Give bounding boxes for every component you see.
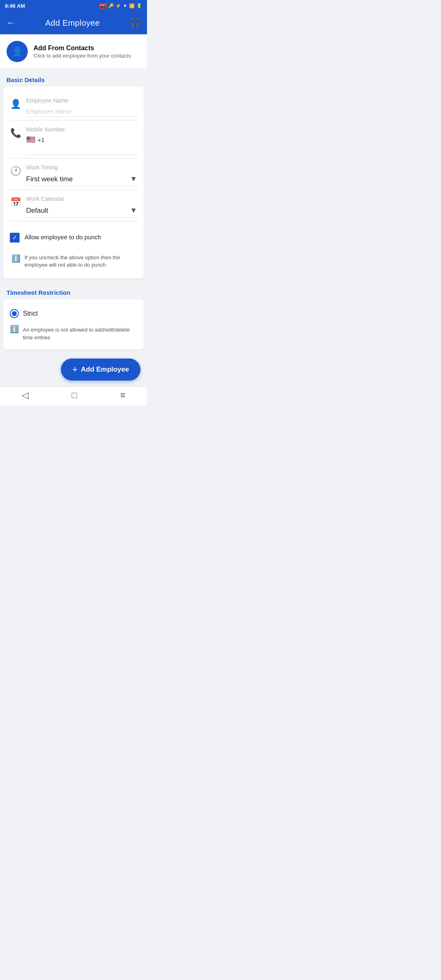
key-icon: 🔑 (108, 3, 114, 9)
basic-details-label: Basic Details (0, 69, 147, 87)
mobile-label: Mobile Number (26, 126, 137, 133)
allow-punch-info-text: If you uncheck the above option then the… (24, 254, 137, 269)
work-calendar-value: Default (26, 207, 48, 215)
add-contacts-text: Add From Contacts Click to add employee … (33, 45, 131, 59)
video-icon: 📷 (99, 3, 107, 9)
nav-back-button[interactable]: ◁ (22, 390, 29, 401)
strict-info-row: ℹ️ An employee is not allowed to add/edi… (10, 325, 137, 343)
phone-icon: 📞 (10, 128, 21, 138)
timesheet-restriction-label: Timesheet Restriction (0, 283, 147, 299)
flag-icon: 🇺🇸 (26, 135, 35, 144)
work-timing-dropdown[interactable]: First week time ▼ (26, 173, 137, 186)
work-timing-row: 🕐 Work Timing First week time ▼ (10, 158, 137, 190)
work-timing-value: First week time (26, 175, 73, 183)
clock-icon: 🕐 (10, 166, 21, 176)
mobile-number-row: 📞 Mobile Number 🇺🇸 +1 (10, 120, 137, 158)
employee-name-input[interactable] (26, 106, 137, 117)
work-timing-arrow-icon: ▼ (130, 175, 137, 183)
allow-punch-label: Allow employee to do punch (24, 234, 101, 241)
mobile-number-content: Mobile Number 🇺🇸 +1 (26, 126, 137, 155)
mobile-input[interactable] (26, 144, 137, 155)
add-employee-button-label: Add Employee (81, 365, 129, 374)
plus-icon: + (72, 364, 78, 375)
strict-radio-button[interactable] (10, 309, 19, 318)
work-calendar-row: 📅 Work Calendar Default ▼ (10, 190, 137, 221)
allow-punch-checkbox[interactable]: ✓ (10, 233, 20, 243)
add-person-icon: 👤 (12, 46, 23, 57)
back-button[interactable]: ← (7, 18, 16, 28)
employee-name-label: Employee Name (26, 97, 137, 104)
strict-info-icon: ℹ️ (10, 325, 19, 334)
basic-details-card: 👤 Employee Name 📞 Mobile Number 🇺🇸 +1 🕐 … (3, 87, 144, 278)
headset-icon[interactable]: 🎧 (129, 18, 140, 28)
allow-punch-row: ✓ Allow employee to do punch ℹ️ If you u… (10, 221, 137, 272)
person-icon: 👤 (10, 99, 21, 109)
page-title: Add Employee (45, 18, 100, 28)
add-contacts-title: Add From Contacts (33, 45, 131, 52)
status-bar: 8:46 AM 📷 🔑 ⚡ ▼ 📶 🔋 (0, 0, 147, 11)
work-timing-label: Work Timing (26, 164, 137, 171)
nav-bar: ◁ □ ≡ (0, 386, 147, 405)
battery-icon: 🔋 (136, 3, 142, 9)
calendar-icon: 📅 (10, 197, 21, 208)
employee-name-content: Employee Name (26, 97, 137, 117)
add-from-contacts[interactable]: 👤 Add From Contacts Click to add employe… (0, 34, 147, 69)
work-calendar-content: Work Calendar Default ▼ (26, 196, 137, 218)
nav-menu-button[interactable]: ≡ (120, 390, 125, 401)
add-employee-button[interactable]: + Add Employee (61, 359, 140, 381)
add-contacts-avatar-icon: 👤 (7, 41, 28, 62)
add-contacts-subtitle: Click to add employee from your contacts (33, 53, 131, 59)
wifi-icon: 📶 (129, 3, 135, 9)
strict-label: Strict (23, 310, 38, 317)
strict-radio-inner (12, 311, 17, 316)
bottom-bar: + Add Employee (0, 354, 147, 386)
work-calendar-label: Work Calendar (26, 196, 137, 202)
nav-home-button[interactable]: □ (71, 390, 77, 401)
info-circle-icon: ℹ️ (11, 254, 20, 263)
status-time: 8:46 AM (5, 3, 25, 9)
strict-info-text: An employee is not allowed to add/edit/d… (23, 325, 137, 343)
employee-name-row: 👤 Employee Name (10, 91, 137, 120)
bluetooth-icon: ⚡ (116, 3, 121, 9)
work-calendar-arrow-icon: ▼ (130, 206, 137, 215)
top-bar: ← Add Employee 🎧 (0, 11, 147, 34)
status-icons: 📷 🔑 ⚡ ▼ 📶 🔋 (99, 3, 142, 9)
phone-prefix[interactable]: 🇺🇸 +1 (26, 135, 137, 144)
timesheet-restriction-card: Strict ℹ️ An employee is not allowed to … (3, 299, 144, 349)
work-timing-content: Work Timing First week time ▼ (26, 164, 137, 186)
signal-icon: ▼ (123, 3, 127, 8)
work-calendar-dropdown[interactable]: Default ▼ (26, 205, 137, 218)
country-code: +1 (38, 136, 45, 143)
allow-punch-info: ℹ️ If you uncheck the above option then … (10, 254, 137, 269)
allow-punch-checkbox-row: ✓ Allow employee to do punch (10, 226, 101, 246)
strict-radio-row[interactable]: Strict (10, 304, 137, 321)
